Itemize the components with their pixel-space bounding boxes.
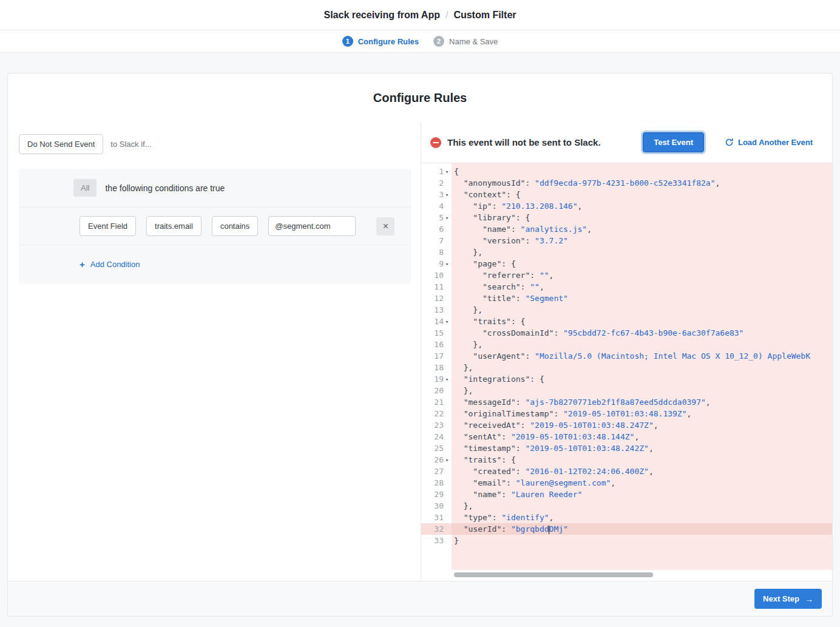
code-line[interactable]: } — [452, 535, 832, 546]
conditions-group: All the following conditions are true Ev… — [19, 169, 411, 284]
blocked-minus-icon — [430, 137, 441, 148]
code-line[interactable]: "crossDomainId": "95cbdd72-fc67-4b43-b90… — [452, 327, 832, 339]
code-line[interactable]: "type": "identify", — [452, 512, 832, 523]
code-line[interactable]: "name": "Lauren Reeder" — [452, 489, 832, 500]
condition-row: Event Field traits.email contains × — [19, 208, 411, 245]
code-line[interactable]: }, — [452, 500, 832, 512]
code-line[interactable]: "traits": { — [452, 316, 832, 327]
condition-source-button[interactable]: Event Field — [80, 216, 136, 236]
code-line[interactable]: "integrations": { — [452, 373, 832, 385]
condition-field-button[interactable]: traits.email — [146, 216, 202, 236]
code-line[interactable]: "anonymousId": "ddf9ecda-977b-4231-b000-… — [452, 177, 832, 189]
load-another-event-label: Load Another Event — [738, 138, 813, 147]
add-condition-label: Add Condition — [90, 260, 140, 269]
code-line[interactable]: }, — [452, 304, 832, 316]
gutter-line-foldable[interactable]: 19▾ — [421, 373, 452, 385]
card-footer: Next Step → — [8, 581, 832, 616]
json-editor: 1▾23▾45▾6789▾1011121314▾1516171819▾20212… — [421, 163, 832, 581]
preview-header: This event will not be sent to Slack. Te… — [421, 122, 832, 163]
gutter-line: 23 — [421, 419, 452, 431]
match-type-row: All the following conditions are true — [19, 169, 411, 208]
code-line[interactable]: "library": { — [452, 212, 832, 223]
gutter-line: 2 — [421, 177, 452, 189]
editor-scroll-area — [421, 570, 832, 581]
code-line[interactable]: "messageId": "ajs-7b8270771eb2f1f8a87eed… — [452, 396, 832, 408]
gutter-line-foldable[interactable]: 14▾ — [421, 316, 452, 327]
breadcrumb-separator: / — [445, 10, 448, 21]
step-1-label: Configure Rules — [358, 37, 419, 46]
code-line[interactable]: "userAgent": "Mozilla/5.0 (Macintosh; In… — [452, 350, 832, 362]
next-step-button[interactable]: Next Step → — [754, 589, 822, 609]
gutter-line-foldable[interactable]: 26▾ — [421, 454, 452, 466]
step-configure-rules[interactable]: 1 Configure Rules — [342, 36, 419, 47]
configure-rules-card: Configure Rules Do Not Send Event to Sla… — [7, 73, 833, 617]
code-line[interactable]: }, — [452, 362, 832, 373]
code-line[interactable]: "created": "2016-01-12T02:24:06.400Z", — [452, 466, 832, 477]
code-line[interactable]: "originalTimestamp": "2019-05-10T01:03:4… — [452, 408, 832, 419]
gutter-line-foldable[interactable]: 3▾ — [421, 189, 452, 200]
match-type-button[interactable]: All — [73, 179, 97, 197]
gutter-line: 8 — [421, 246, 452, 258]
condition-operator-button[interactable]: contains — [212, 216, 258, 236]
step-name-and-save[interactable]: 2 Name & Save — [433, 36, 498, 47]
match-suffix-label: the following conditions are true — [105, 183, 225, 193]
load-another-event-link[interactable]: Load Another Event — [725, 138, 813, 147]
action-selector-button[interactable]: Do Not Send Event — [19, 134, 103, 154]
horizontal-scrollbar[interactable] — [454, 572, 653, 577]
code-line[interactable]: }, — [452, 385, 832, 396]
code-line[interactable]: }, — [452, 339, 832, 350]
action-row: Do Not Send Event to Slack if... — [19, 134, 411, 154]
code-line[interactable]: "sentAt": "2019-05-10T01:03:48.144Z", — [452, 431, 832, 442]
text-cursor — [549, 526, 549, 534]
code-line[interactable]: "search": "", — [452, 281, 832, 293]
arrow-right-icon: → — [805, 595, 813, 603]
gutter-line: 15 — [421, 327, 452, 339]
code-line[interactable]: "name": "analytics.js", — [452, 223, 832, 235]
gutter-line-foldable[interactable]: 1▾ — [421, 166, 452, 177]
code-line[interactable]: { — [452, 166, 832, 177]
code-line[interactable]: "version": "3.7.2" — [452, 235, 832, 246]
gutter-line: 4 — [421, 200, 452, 212]
code-line[interactable]: "userId": "bgrqbddDMj" — [452, 523, 832, 535]
code-line[interactable]: }, — [452, 246, 832, 258]
code-line[interactable]: "context": { — [452, 189, 832, 200]
test-event-button[interactable]: Test Event — [643, 132, 704, 152]
refresh-icon — [725, 138, 734, 147]
code-line[interactable]: "email": "lauren@segment.com", — [452, 477, 832, 489]
code-line[interactable]: "receivedAt": "2019-05-10T01:03:48.247Z"… — [452, 419, 832, 431]
code-line[interactable]: "ip": "210.13.208.146", — [452, 200, 832, 212]
step-2-number-badge: 2 — [433, 36, 444, 47]
gutter-line: 11 — [421, 281, 452, 293]
event-preview-panel: This event will not be sent to Slack. Te… — [421, 122, 832, 581]
code-line[interactable]: "traits": { — [452, 454, 832, 466]
remove-condition-button[interactable]: × — [376, 217, 395, 236]
editor-gutter: 1▾23▾45▾6789▾1011121314▾1516171819▾20212… — [421, 163, 452, 570]
topbar: Slack receiving from App / Custom Filter — [0, 0, 840, 30]
gutter-line-foldable[interactable]: 9▾ — [421, 258, 452, 269]
code-line[interactable]: "referrer": "", — [452, 269, 832, 281]
gutter-line: 6 — [421, 223, 452, 235]
editor-code[interactable]: { "anonymousId": "ddf9ecda-977b-4231-b00… — [452, 163, 832, 570]
gutter-line: 21 — [421, 396, 452, 408]
breadcrumb-current: Custom Filter — [453, 10, 516, 21]
condition-value-input[interactable] — [268, 216, 356, 236]
breadcrumb-parent[interactable]: Slack receiving from App — [323, 10, 439, 21]
code-line[interactable]: "title": "Segment" — [452, 293, 832, 304]
gutter-line: 10 — [421, 269, 452, 281]
gutter-line: 20 — [421, 385, 452, 396]
gutter-line: 16 — [421, 339, 452, 350]
page-title: Configure Rules — [8, 73, 832, 122]
add-condition-link[interactable]: + Add Condition — [80, 260, 140, 269]
rules-panel: Do Not Send Event to Slack if... All the… — [8, 122, 421, 581]
gutter-line: 18 — [421, 362, 452, 373]
gutter-line: 7 — [421, 235, 452, 246]
gutter-line-foldable[interactable]: 5▾ — [421, 212, 452, 223]
stepper: 1 Configure Rules 2 Name & Save — [0, 30, 840, 53]
gutter-line: 30 — [421, 500, 452, 512]
card-content: Do Not Send Event to Slack if... All the… — [8, 122, 832, 581]
code-line[interactable]: "page": { — [452, 258, 832, 269]
gutter-line: 24 — [421, 431, 452, 442]
code-line[interactable]: "timestamp": "2019-05-10T01:03:48.242Z", — [452, 442, 832, 454]
gutter-line: 17 — [421, 350, 452, 362]
gutter-line: 31 — [421, 512, 452, 523]
